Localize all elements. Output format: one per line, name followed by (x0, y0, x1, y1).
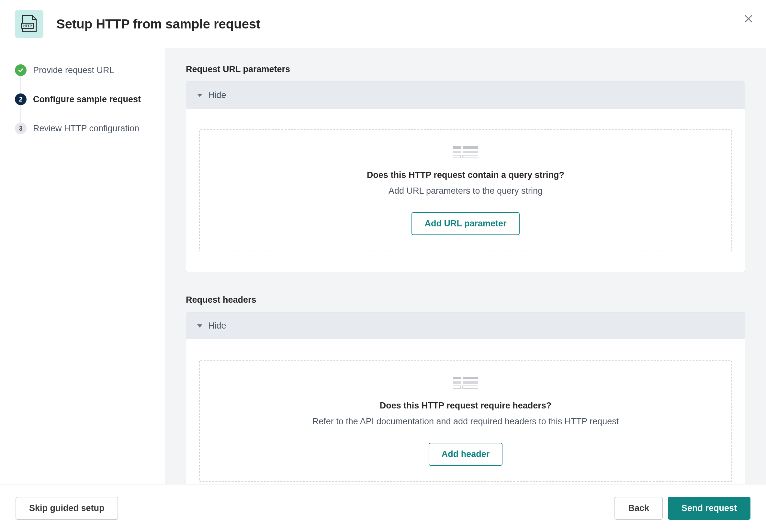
section-title-url-params: Request URL parameters (186, 64, 745, 74)
svg-rect-14 (453, 386, 461, 388)
svg-rect-8 (453, 155, 461, 158)
main-content: Request URL parameters Hide (165, 48, 766, 484)
svg-rect-15 (463, 386, 478, 388)
svg-rect-6 (453, 151, 461, 153)
check-icon (17, 67, 24, 73)
chevron-down-icon (197, 324, 203, 328)
empty-sub: Refer to the API documentation and add r… (312, 417, 619, 427)
http-file-icon: HTTP (15, 10, 43, 38)
svg-rect-9 (463, 155, 478, 158)
page-root: HTTP Setup HTTP from sample request Prov… (0, 0, 766, 532)
empty-heading: Does this HTTP request require headers? (380, 401, 552, 411)
svg-rect-4 (453, 146, 461, 149)
panel-toggle-label: Hide (208, 90, 226, 100)
panel-body-headers: Does this HTTP request require headers? … (186, 339, 745, 484)
dialog-title: Setup HTTP from sample request (56, 17, 261, 31)
add-url-parameter-button[interactable]: Add URL parameter (411, 212, 519, 235)
panel-headers: Hide Does this HTTP request require head… (186, 312, 745, 484)
send-request-button[interactable]: Send request (668, 497, 750, 520)
skip-guided-setup-button[interactable]: Skip guided setup (16, 497, 118, 520)
panel-toggle-label: Hide (208, 321, 226, 331)
close-button[interactable] (744, 14, 753, 23)
svg-rect-10 (453, 377, 461, 379)
http-file-svg: HTTP (21, 15, 38, 33)
add-header-button[interactable]: Add header (429, 443, 503, 466)
svg-rect-12 (453, 381, 461, 384)
panel-toggle-url-params[interactable]: Hide (186, 82, 745, 109)
step-badge-active: 2 (15, 93, 27, 105)
dialog-footer: Skip guided setup Back Send request (0, 484, 766, 532)
panel-body-url-params: Does this HTTP request contain a query s… (186, 109, 745, 272)
empty-heading: Does this HTTP request contain a query s… (367, 170, 564, 180)
step-provide-request-url[interactable]: Provide request URL (15, 64, 150, 76)
step-label: Provide request URL (33, 65, 114, 75)
footer-right-group: Back Send request (615, 497, 750, 520)
steps-sidebar: Provide request URL 2 Configure sample r… (0, 48, 165, 484)
chevron-down-icon (197, 94, 203, 97)
svg-rect-11 (463, 377, 478, 379)
step-badge-done (15, 64, 27, 76)
dialog-body: Provide request URL 2 Configure sample r… (0, 48, 766, 484)
svg-rect-5 (463, 146, 478, 149)
step-connector (20, 76, 21, 93)
dialog-header: HTTP Setup HTTP from sample request (0, 0, 766, 48)
empty-state-headers: Does this HTTP request require headers? … (199, 360, 732, 482)
empty-state-url-params: Does this HTTP request contain a query s… (199, 129, 732, 251)
empty-sub: Add URL parameters to the query string (388, 186, 542, 196)
close-icon (744, 14, 753, 23)
back-button[interactable]: Back (615, 497, 663, 520)
step-label: Configure sample request (33, 94, 141, 104)
panel-toggle-headers[interactable]: Hide (186, 312, 745, 339)
svg-text:HTTP: HTTP (23, 24, 32, 28)
step-configure-sample-request[interactable]: 2 Configure sample request (15, 93, 150, 105)
rows-icon (453, 377, 478, 391)
step-badge-pending: 3 (15, 123, 27, 134)
svg-rect-7 (463, 151, 478, 153)
rows-icon (453, 146, 478, 160)
step-connector (20, 105, 21, 123)
step-review-http-configuration[interactable]: 3 Review HTTP configuration (15, 123, 150, 134)
svg-rect-13 (463, 381, 478, 384)
step-label: Review HTTP configuration (33, 124, 139, 134)
section-title-headers: Request headers (186, 295, 745, 305)
panel-url-params: Hide Does this HTTP request contain a qu… (186, 81, 745, 272)
